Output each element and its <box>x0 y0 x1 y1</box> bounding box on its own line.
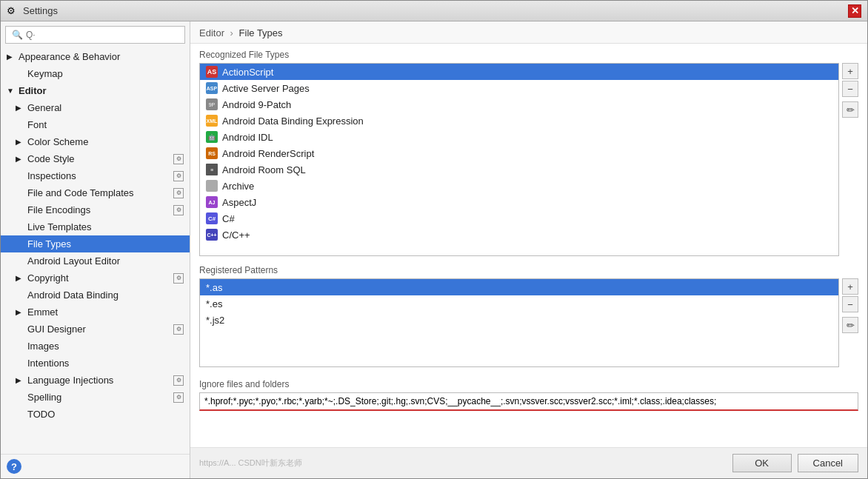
file-type-icon-actionscript: AS <box>206 66 218 78</box>
sidebar-item-label: Inspections <box>27 170 76 181</box>
sidebar-item-intentions[interactable]: Intentions <box>1 355 190 372</box>
sidebar-item-label: Intentions <box>27 358 69 369</box>
file-type-label: C/C++ <box>222 230 250 241</box>
help-button[interactable]: ? <box>7 459 21 474</box>
list-item-pattern-as[interactable]: *.as <box>200 279 838 295</box>
expand-arrow: ▼ <box>7 87 16 95</box>
edit-file-type-button[interactable]: ✏ <box>842 101 858 118</box>
pattern-label: *.as <box>206 282 222 293</box>
cancel-button[interactable]: Cancel <box>798 454 858 472</box>
file-type-icon-cpp: C++ <box>206 229 218 241</box>
sidebar-item-label: File and Code Templates <box>27 187 134 198</box>
list-item-android-idl[interactable]: 🤖 Android IDL <box>200 129 838 145</box>
settings-badge-icon: ⚙ <box>173 273 184 284</box>
sidebar-item-inspections[interactable]: Inspections ⚙ <box>1 167 190 184</box>
sidebar-item-general[interactable]: ▶ General <box>1 99 190 116</box>
file-type-label: Android Data Binding Expression <box>222 115 364 127</box>
sidebar-item-file-types[interactable]: File Types <box>1 235 190 252</box>
file-type-label: AspectJ <box>222 197 256 208</box>
ignore-input[interactable] <box>199 392 858 411</box>
sidebar-item-android-layout[interactable]: Android Layout Editor <box>1 252 190 269</box>
sidebar-item-keymap[interactable]: Keymap <box>1 65 190 82</box>
list-item-android-db[interactable]: XML Android Data Binding Expression <box>200 113 838 129</box>
sidebar-item-editor[interactable]: ▼ Editor <box>1 82 190 99</box>
search-box[interactable]: 🔍 <box>5 26 185 44</box>
title-bar: ⚙ Settings ✕ <box>1 1 867 21</box>
file-type-icon-sql: ≡ <box>206 164 218 175</box>
remove-file-type-button[interactable]: − <box>842 81 858 97</box>
file-type-label: C# <box>222 213 235 224</box>
settings-badge-icon: ⚙ <box>173 392 184 403</box>
sidebar-item-label: Language Injections <box>27 375 113 386</box>
sidebar-bottom-bar: ? <box>1 454 190 478</box>
file-type-label: Android Room SQL <box>222 164 306 175</box>
expand-arrow: ▶ <box>16 138 24 146</box>
close-button[interactable]: ✕ <box>848 4 861 18</box>
sidebar-item-label: Live Templates <box>27 221 91 232</box>
settings-badge-icon: ⚙ <box>173 171 184 181</box>
expand-arrow: ▶ <box>16 308 24 316</box>
sidebar-item-code-style[interactable]: ▶ Code Style ⚙ <box>1 150 190 167</box>
sidebar-item-todo[interactable]: TODO <box>1 406 190 423</box>
remove-pattern-button[interactable]: − <box>842 296 858 312</box>
settings-badge-icon: ⚙ <box>173 375 184 386</box>
ignore-label: Ignore files and folders <box>199 379 858 392</box>
sidebar-item-label: Copyright <box>27 272 69 284</box>
registered-patterns-list[interactable]: *.as *.es *.js2 <box>199 278 839 367</box>
sidebar-item-appearance[interactable]: ▶ Appearance & Behavior <box>1 48 190 65</box>
add-file-type-button[interactable]: + <box>842 63 858 79</box>
sidebar-item-images[interactable]: Images <box>1 338 190 355</box>
list-item-pattern-js2[interactable]: *.js2 <box>200 312 838 328</box>
sidebar-item-language-injections[interactable]: ▶ Language Injections ⚙ <box>1 372 190 389</box>
list-item-pattern-es[interactable]: *.es <box>200 295 838 312</box>
ok-button[interactable]: OK <box>732 454 792 472</box>
sidebar-item-font[interactable]: Font <box>1 116 190 133</box>
file-type-label: Android IDL <box>222 132 273 143</box>
settings-badge-icon: ⚙ <box>173 205 184 215</box>
add-pattern-button[interactable]: + <box>842 278 858 295</box>
window-title: Settings <box>23 5 848 16</box>
breadcrumb-parent: Editor <box>199 27 224 38</box>
sidebar-item-emmet[interactable]: ▶ Emmet <box>1 304 190 321</box>
sidebar-item-live-templates[interactable]: Live Templates <box>1 218 190 235</box>
list-item-asp[interactable]: ASP Active Server Pages <box>200 80 838 96</box>
sidebar-item-spelling[interactable]: Spelling ⚙ <box>1 389 190 406</box>
list-item-archive[interactable]: Archive <box>200 178 838 194</box>
sidebar-item-label: Emmet <box>27 307 58 318</box>
breadcrumb-current: File Types <box>239 27 283 38</box>
pattern-label: *.es <box>206 298 222 309</box>
expand-arrow: ▶ <box>16 155 24 163</box>
list-item-android9patch[interactable]: 9P Android 9-Patch <box>200 96 838 113</box>
search-input[interactable] <box>26 30 178 40</box>
watermark: https://A... CSDN叶新东老师 <box>199 458 302 469</box>
file-types-controls: + − ✏ <box>839 63 858 256</box>
list-item-aspectj[interactable]: AJ AspectJ <box>200 194 838 210</box>
recognized-file-types-list[interactable]: AS ActionScript ASP Active Server Pages … <box>199 63 839 256</box>
sidebar: 🔍 ▶ Appearance & Behavior Keymap ▼ Edito… <box>1 21 190 478</box>
settings-badge-icon: ⚙ <box>173 154 184 164</box>
list-item-csharp[interactable]: C# C# <box>200 210 838 227</box>
edit-pattern-button[interactable]: ✏ <box>842 317 858 333</box>
add-icon: + <box>847 66 853 77</box>
sidebar-item-file-encodings[interactable]: File Encodings ⚙ <box>1 201 190 218</box>
main-panel: Editor › File Types Recognized File Type… <box>190 21 867 478</box>
file-type-label: Android RenderScript <box>222 148 314 159</box>
sidebar-item-label: Color Scheme <box>27 136 88 147</box>
breadcrumb-separator: › <box>230 27 233 38</box>
sidebar-item-android-data-binding[interactable]: Android Data Binding <box>1 287 190 304</box>
list-item-actionscript[interactable]: AS ActionScript <box>200 64 838 80</box>
list-item-cpp[interactable]: C++ C/C++ <box>200 227 838 243</box>
list-item-android-rs[interactable]: RS Android RenderScript <box>200 145 838 161</box>
expand-arrow: ▶ <box>7 53 16 61</box>
list-item-android-sql[interactable]: ≡ Android Room SQL <box>200 161 838 178</box>
sidebar-item-label: Keymap <box>27 68 63 79</box>
registered-patterns-label: Registered Patterns <box>199 262 858 278</box>
sidebar-item-color-scheme[interactable]: ▶ Color Scheme <box>1 133 190 150</box>
sidebar-item-label: File Types <box>27 238 71 249</box>
sidebar-item-gui-designer[interactable]: GUI Designer ⚙ <box>1 321 190 338</box>
sidebar-item-copyright[interactable]: ▶ Copyright ⚙ <box>1 269 190 287</box>
sidebar-item-label: Spelling <box>27 392 61 403</box>
sidebar-item-file-code-templates[interactable]: File and Code Templates ⚙ <box>1 184 190 201</box>
window-icon: ⚙ <box>7 5 19 17</box>
patterns-section: Registered Patterns *.as *.es *.js2 <box>190 259 867 370</box>
